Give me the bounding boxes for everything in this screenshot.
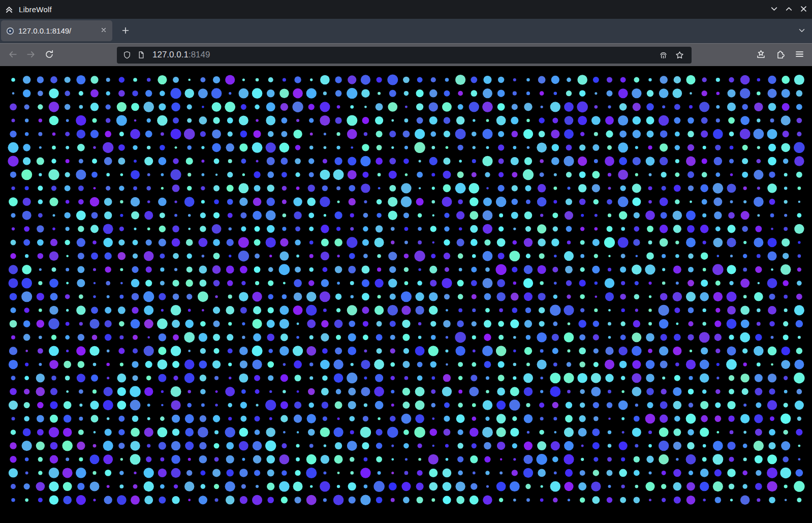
- tab-label: 127.0.0.1:8149/: [18, 26, 98, 35]
- tab-close-button[interactable]: [98, 25, 110, 37]
- new-tab-button[interactable]: [117, 23, 134, 39]
- bookmark-star-icon[interactable]: [673, 49, 685, 61]
- forward-button[interactable]: [22, 46, 40, 64]
- chevron-down-icon: [798, 26, 806, 36]
- url-bar[interactable]: 127.0.0.1:8149: [117, 47, 692, 64]
- bookmarks-tray-button[interactable]: [751, 46, 770, 64]
- fingerprint-protection-icon[interactable]: [657, 49, 669, 61]
- favicon: [6, 27, 14, 35]
- reload-icon: [45, 50, 54, 60]
- back-button[interactable]: [4, 46, 22, 64]
- minimize-button[interactable]: [767, 1, 782, 18]
- window-title: LibreWolf: [19, 5, 52, 14]
- menu-button[interactable]: [790, 46, 809, 64]
- close-icon: [799, 5, 808, 15]
- back-arrow-icon: [8, 50, 17, 60]
- navigation-toolbar: 127.0.0.1:8149: [0, 43, 812, 66]
- titlebar[interactable]: LibreWolf: [0, 0, 812, 19]
- bookmarks-tray-icon: [756, 49, 766, 60]
- webpage-dot-grid: [0, 66, 812, 523]
- url-text: 127.0.0.1:8149: [152, 50, 210, 60]
- page-icon: [137, 51, 145, 59]
- shield-icon: [123, 51, 131, 59]
- browser-window: LibreWolf 127.0.0.1:8149/: [0, 0, 812, 523]
- plus-icon: [121, 26, 130, 36]
- double-chevron-up-icon: [5, 5, 14, 14]
- window-controls: [767, 1, 812, 18]
- chevron-down-icon: [770, 5, 778, 15]
- extensions-button[interactable]: [770, 46, 790, 64]
- forward-arrow-icon: [26, 50, 36, 60]
- toolbar-right-buttons: [751, 46, 809, 64]
- chevron-up-icon: [785, 5, 793, 15]
- close-icon: [101, 27, 107, 35]
- reload-button[interactable]: [40, 46, 58, 64]
- tab-active[interactable]: 127.0.0.1:8149/: [1, 20, 112, 41]
- list-all-tabs-button[interactable]: [794, 23, 810, 39]
- maximize-button[interactable]: [782, 1, 796, 18]
- extensions-puzzle-icon: [775, 49, 785, 60]
- url-port: :8149: [189, 50, 210, 59]
- close-button[interactable]: [796, 1, 811, 18]
- url-host: 127.0.0.1: [152, 50, 189, 59]
- tab-bar: 127.0.0.1:8149/: [0, 19, 812, 43]
- menu-hamburger-icon: [795, 49, 804, 60]
